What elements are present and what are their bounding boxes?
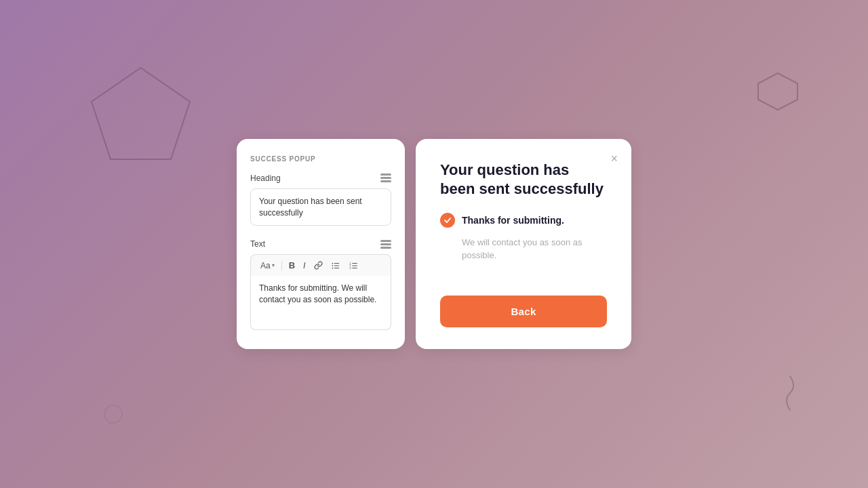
subtext: We will contact you as soon as possible. bbox=[462, 236, 607, 262]
editor-panel: SUCCESS POPUP Heading Text Aa ▾ bbox=[237, 139, 405, 350]
stack-line-1 bbox=[380, 174, 391, 176]
stack-line-2 bbox=[380, 177, 391, 179]
preview-panel: × Your question has been sent successful… bbox=[416, 139, 631, 350]
svg-text:3: 3 bbox=[349, 266, 351, 269]
unordered-list-icon bbox=[331, 261, 340, 270]
toolbar-divider-1 bbox=[281, 261, 282, 270]
squiggle-decoration bbox=[756, 373, 804, 413]
heading-stack-icon[interactable] bbox=[380, 174, 391, 182]
link-button[interactable] bbox=[311, 260, 326, 271]
stack-line-3 bbox=[380, 180, 391, 182]
pentagon-shape bbox=[88, 64, 193, 163]
success-row: Thanks for submitting. bbox=[440, 213, 607, 228]
svg-point-5 bbox=[332, 267, 333, 268]
link-icon bbox=[314, 261, 323, 270]
svg-point-3 bbox=[332, 262, 333, 264]
text-toolbar: Aa ▾ B I 1 bbox=[250, 254, 391, 276]
circle-decoration bbox=[363, 373, 390, 400]
preview-heading: Your question has been sent successfully bbox=[440, 161, 607, 199]
bold-button[interactable]: B bbox=[286, 259, 298, 272]
editor-panel-label: SUCCESS POPUP bbox=[250, 155, 391, 163]
stack-line-1 bbox=[380, 240, 391, 242]
stack-line-2 bbox=[380, 243, 391, 245]
italic-button[interactable]: I bbox=[300, 259, 309, 272]
checkmark-svg bbox=[443, 216, 452, 224]
panels-container: SUCCESS POPUP Heading Text Aa ▾ bbox=[237, 139, 631, 350]
heading-input[interactable] bbox=[250, 188, 391, 226]
svg-point-4 bbox=[332, 265, 333, 266]
ordered-list-button[interactable]: 1 2 3 bbox=[346, 260, 361, 272]
text-field-row: Text bbox=[250, 239, 391, 249]
stack-line-3 bbox=[380, 247, 391, 249]
heading-label: Heading bbox=[250, 174, 281, 183]
check-icon bbox=[440, 213, 455, 228]
hexagon-shape bbox=[756, 71, 800, 112]
chevron-down-icon: ▾ bbox=[272, 262, 275, 268]
font-size-button[interactable]: Aa ▾ bbox=[258, 260, 277, 272]
ordered-list-icon: 1 2 3 bbox=[349, 261, 358, 270]
circle-decoration-left bbox=[104, 405, 123, 424]
back-button[interactable]: Back bbox=[440, 296, 607, 327]
font-size-label: Aa bbox=[260, 261, 271, 270]
unordered-list-button[interactable] bbox=[328, 260, 343, 272]
close-button[interactable]: × bbox=[608, 150, 620, 167]
heading-field-row: Heading bbox=[250, 174, 391, 183]
success-label: Thanks for submitting. bbox=[462, 215, 564, 226]
text-label: Text bbox=[250, 239, 265, 249]
text-input[interactable] bbox=[250, 276, 391, 330]
text-stack-icon[interactable] bbox=[380, 240, 391, 249]
